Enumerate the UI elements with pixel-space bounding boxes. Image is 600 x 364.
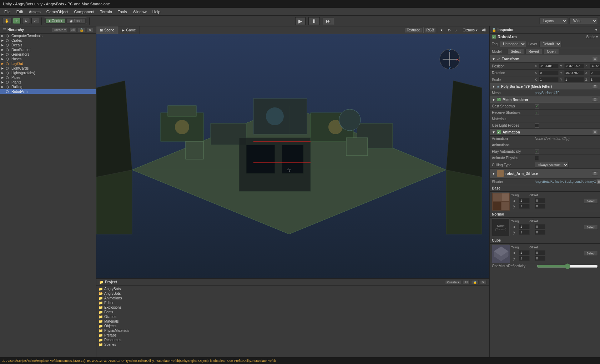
toolbar-center-btn[interactable]: ● Center (45, 18, 66, 24)
transform-component-header[interactable]: ▼ ⤢ Transform ⚙ (490, 55, 600, 63)
menu-window[interactable]: Window (130, 9, 150, 15)
toolbar-local-btn[interactable]: ◉ Local (66, 18, 86, 24)
menu-component[interactable]: Component (71, 9, 97, 15)
all-btn[interactable]: All (480, 28, 487, 32)
cube-y-offset[interactable] (535, 256, 545, 261)
hier-item-robotarm[interactable]: ⬡ RobotArm (0, 89, 96, 94)
proj-item-animations[interactable]: 📁 Animations (97, 296, 489, 300)
tab-scene[interactable]: ⊞ Scene (96, 26, 118, 34)
hier-item-computer-terminals[interactable]: ▶ ⬡ ComputerTerminals (0, 34, 96, 38)
pause-button[interactable]: ⏸ (308, 17, 320, 25)
hier-item-pipes[interactable]: ▶ ⬡ Pipes (0, 75, 96, 80)
proj-item-fonts[interactable]: 📁 Fonts (97, 310, 489, 314)
proj-item-explosions[interactable]: 📁 Explosions (97, 305, 489, 310)
project-close-btn[interactable]: ✕ (480, 280, 486, 284)
pos-x-input[interactable] (539, 64, 559, 69)
layer-select[interactable]: Default (539, 41, 561, 47)
inspector-close-btn[interactable]: ▼ (595, 28, 598, 32)
menu-tools[interactable]: Tools (115, 9, 130, 15)
hier-item-layout[interactable]: ▶ ⬡ LayOut (0, 61, 96, 66)
animation-enabled-checkbox[interactable]: ✓ (497, 130, 501, 134)
mesh-filter-settings-btn[interactable]: ⚙ (592, 84, 598, 89)
menu-file[interactable]: File (1, 9, 14, 15)
normal-x-tiling[interactable] (519, 224, 530, 229)
play-button[interactable]: ▶ (295, 17, 306, 25)
normal-x-offset[interactable] (535, 224, 545, 229)
scale-y-input[interactable] (564, 77, 584, 82)
hierarchy-close-btn[interactable]: ✕ (87, 28, 93, 32)
menu-gameobject[interactable]: GameObject (44, 9, 71, 15)
rgb-btn[interactable]: RGB (425, 28, 436, 32)
proj-item-objects[interactable]: 📁 Objects (97, 324, 489, 328)
project-lock-btn[interactable]: 🔒 (471, 280, 479, 284)
toolbar-hand-btn[interactable]: ✋ (2, 18, 11, 24)
cube-y-tiling[interactable] (519, 256, 530, 261)
cube-x-tiling[interactable] (519, 250, 530, 255)
hier-item-generators[interactable]: ▶ ⬡ Generators (0, 52, 96, 57)
proj-item-materials[interactable]: 📁 Materials (97, 319, 489, 324)
play-auto-checkbox[interactable]: ✓ (535, 150, 539, 154)
proj-item-angrybots-1[interactable]: 📁 AngryBots (97, 287, 489, 291)
rot-y-input[interactable] (564, 70, 584, 75)
scale-x-input[interactable] (539, 77, 559, 82)
tag-select[interactable]: Untagged (500, 41, 526, 47)
base-select-btn[interactable]: Select (584, 199, 598, 204)
shader-value[interactable]: AngryBots/ReflectiveBackgroundArbitraryG (535, 180, 596, 183)
normal-y-offset[interactable] (535, 230, 545, 235)
hier-item-lights-prefabs[interactable]: ▶ ⬡ Lights(prefabs) (0, 71, 96, 75)
hierarchy-all-btn[interactable]: All (69, 28, 76, 32)
mesh-renderer-enabled-checkbox[interactable]: ✓ (497, 97, 501, 102)
project-create-btn[interactable]: Create ▾ (445, 280, 461, 284)
toolbar-move-btn[interactable]: ✛ (13, 18, 21, 24)
cube-texture-thumb[interactable] (492, 244, 510, 262)
tab-game[interactable]: ▶ Game (118, 26, 140, 34)
mesh-filter-header[interactable]: ▼ ◈ Poly Surface 479 (Mesh Filter) ⚙ (490, 83, 600, 90)
light-probes-checkbox[interactable] (535, 123, 539, 128)
receive-shadows-checkbox[interactable]: ✓ (535, 111, 539, 115)
hier-item-plants[interactable]: ▶ ⬡ Plants (0, 80, 96, 85)
toolbar-scale-btn[interactable]: ⤢ (31, 18, 39, 24)
step-button[interactable]: ⏭ (323, 17, 334, 25)
normal-texture-thumb[interactable]: None (Texture) (492, 218, 510, 236)
cube-x-offset[interactable] (535, 250, 545, 255)
normal-y-tiling[interactable] (519, 230, 530, 235)
material-component-header[interactable]: ▼ robot_Arm_Diffuse ⚙ (490, 169, 600, 178)
base-texture-thumb[interactable] (492, 192, 510, 210)
layout-dropdown[interactable]: Wide (569, 17, 598, 24)
menu-edit[interactable]: Edit (14, 9, 26, 15)
textured-btn[interactable]: Textured (405, 28, 422, 32)
proj-item-physic-materials[interactable]: 📁 PhysicMaterials (97, 328, 489, 333)
hier-item-railing[interactable]: ▶ ⬡ Railing (0, 85, 96, 89)
audio-btn[interactable]: ♪ (454, 28, 458, 32)
culling-type-select[interactable]: Always Animate (535, 162, 569, 168)
scale-z-input[interactable] (590, 77, 600, 82)
proj-item-gizmos[interactable]: 📁 Gizmos (97, 314, 489, 319)
hierarchy-create-btn[interactable]: Create ▾ (52, 28, 68, 32)
base-x-tiling[interactable] (519, 198, 530, 203)
hier-item-doorframes[interactable]: ▶ ⬡ DoorFrames (0, 47, 96, 52)
pos-z-input[interactable] (590, 64, 600, 69)
menu-help[interactable]: Help (150, 9, 163, 15)
mesh-renderer-settings-btn[interactable]: ⚙ (592, 97, 598, 102)
toolbar-rotate-btn[interactable]: ↻ (22, 18, 30, 24)
proj-item-prefabs[interactable]: 📁 Prefabs (97, 333, 489, 338)
proj-item-editor[interactable]: 📁 Editor (97, 300, 489, 305)
proj-item-angrybots-2[interactable]: 📂 AngryBots (97, 291, 489, 296)
rot-z-input[interactable] (590, 70, 600, 75)
animate-physics-checkbox[interactable] (535, 156, 539, 160)
base-x-offset[interactable] (535, 198, 545, 203)
layers-dropdown[interactable]: Layers (539, 17, 568, 24)
gizmos-btn[interactable]: Gizmos ▾ (461, 28, 479, 32)
mesh-renderer-header[interactable]: ▼ ✓ Mesh Renderer ⚙ (490, 96, 600, 103)
rot-x-input[interactable] (539, 70, 559, 75)
animation-header[interactable]: ▼ ✓ Animation ⚙ (490, 129, 600, 136)
revert-button[interactable]: Revert (525, 49, 542, 54)
effects-btn[interactable]: ★ (439, 28, 445, 32)
hier-item-decals[interactable]: ▶ ⬡ Decals (0, 43, 96, 47)
transform-settings-btn[interactable]: ⚙ (592, 57, 598, 61)
animation-settings-btn[interactable]: ⚙ (592, 130, 598, 134)
proj-item-scenes[interactable]: 📁 Scenes (97, 342, 489, 347)
select-button[interactable]: Select (508, 49, 524, 54)
hier-item-crates[interactable]: ▶ ⬡ Crates (0, 38, 96, 43)
open-button[interactable]: Open (544, 49, 559, 54)
